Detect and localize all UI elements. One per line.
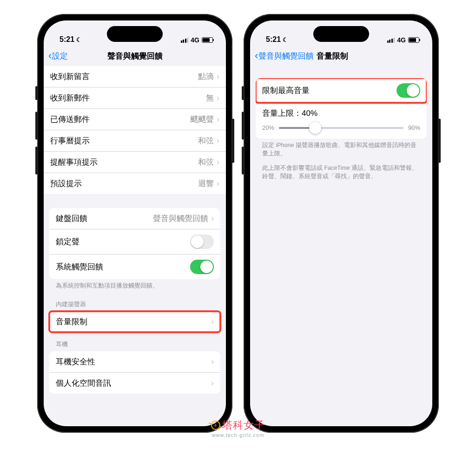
chevron-right-icon: › (211, 317, 214, 327)
back-label: 聲音與觸覺回饋 (258, 51, 314, 61)
nav-title: 聲音與觸覺回饋 (44, 51, 226, 61)
volume-limit-settings-group: 限制最高音量 音量上限：40% 20% 90% (256, 78, 427, 139)
side-button (242, 86, 244, 100)
phone-right: 5:21 ☾ 4G ‹ 聲音與觸覺回饋 音量限制 限制最高音量 (244, 14, 439, 433)
chevron-right-icon: › (211, 214, 214, 223)
chevron-right-icon: › (211, 378, 214, 388)
spatial-audio-row[interactable]: 個人化空間音訊› (49, 372, 220, 394)
slider-caption: 音量上限：40% (262, 108, 420, 119)
limit-max-volume-toggle[interactable] (397, 83, 420, 98)
system-haptic-toggle[interactable] (190, 260, 214, 274)
volume-note-2: 此上限不會影響電話或 FaceTime 通話、緊急電話和警報、鈴聲、鬧鐘、系統聲… (250, 160, 432, 182)
dnd-moon-icon: ☾ (283, 36, 288, 43)
volume-slider[interactable] (279, 127, 403, 129)
list-item[interactable]: 行事曆提示和弦› (44, 130, 226, 151)
chevron-right-icon: › (217, 157, 219, 167)
speaker-header: 內建揚聲器 (44, 292, 226, 311)
nav-bar: ‹ 聲音與觸覺回饋 音量限制 (250, 46, 432, 66)
network-label: 4G (397, 36, 406, 44)
screen: 5:21 ☾ 4G ‹ 設定 聲音與觸覺回饋 收到新留言點滴› 收到新郵件無› … (44, 20, 226, 426)
signal-icon (181, 38, 189, 43)
slider-min-label: 20% (262, 124, 274, 131)
status-time: 5:21 (60, 35, 74, 44)
list-item[interactable]: 提醒事項提示和弦› (44, 151, 226, 173)
keyboard-feedback-row[interactable]: 鍵盤回饋聲音與觸覺回饋› (49, 208, 220, 229)
lock-sound-row: 鎖定聲 (49, 229, 220, 254)
power-button (232, 119, 234, 163)
back-label: 設定 (52, 51, 68, 61)
chevron-right-icon: › (217, 72, 219, 81)
list-item[interactable]: 已傳送郵件颼颼聲› (44, 108, 226, 130)
chevron-right-icon: › (217, 114, 219, 124)
system-haptic-row: 系統觸覺回饋 (49, 254, 220, 279)
power-button (438, 119, 441, 163)
dnd-moon-icon: ☾ (76, 36, 82, 43)
volume-limit-row[interactable]: 音量限制› (49, 311, 220, 332)
limit-max-volume-row: 限制最高音量 (256, 78, 427, 103)
headphone-group: 耳機安全性› 個人化空間音訊› (49, 351, 220, 394)
volume-down-button (242, 147, 244, 174)
haptic-footer: 為系統控制和互動項目播放觸覺回饋。 (44, 279, 226, 292)
dynamic-island (313, 26, 369, 42)
chevron-right-icon: › (217, 179, 219, 188)
headphone-header: 耳機 (44, 332, 226, 351)
battery-icon (408, 37, 419, 43)
side-button (35, 86, 38, 100)
volume-limit-group: 音量限制› (49, 311, 220, 332)
nav-title: 音量限制 (317, 51, 348, 61)
back-button[interactable]: ‹ 聲音與觸覺回饋 (255, 50, 314, 62)
volume-slider-row: 音量上限：40% 20% 90% (256, 103, 427, 139)
signal-icon (387, 38, 395, 43)
volume-down-button (35, 147, 38, 174)
sound-options-group: 收到新留言點滴› 收到新郵件無› 已傳送郵件颼颼聲› 行事曆提示和弦› 提醒事項… (44, 66, 226, 194)
slider-max-label: 90% (408, 124, 420, 131)
list-item[interactable]: 收到新留言點滴› (44, 66, 226, 87)
chevron-left-icon: ‹ (255, 50, 258, 62)
battery-icon (202, 37, 213, 43)
feedback-group: 鍵盤回饋聲音與觸覺回饋› 鎖定聲 系統觸覺回饋 (49, 208, 220, 279)
list-item[interactable]: 收到新郵件無› (44, 87, 226, 108)
volume-up-button (242, 112, 244, 140)
volume-note-1: 設定 iPhone 揚聲器播放歌曲、電影和其他媒體音訊時的音量上限。 (250, 139, 432, 160)
nav-bar: ‹ 設定 聲音與觸覺回饋 (44, 46, 226, 66)
volume-up-button (35, 112, 38, 140)
chevron-right-icon: › (217, 136, 219, 146)
slider-thumb[interactable] (309, 122, 321, 134)
back-button[interactable]: ‹ 設定 (48, 50, 68, 62)
watermark-icon: ✈ (211, 421, 220, 430)
phone-left: 5:21 ☾ 4G ‹ 設定 聲音與觸覺回饋 收到新留言點滴› 收到新郵件無› … (37, 14, 232, 433)
headphone-safety-row[interactable]: 耳機安全性› (49, 351, 220, 372)
screen: 5:21 ☾ 4G ‹ 聲音與觸覺回饋 音量限制 限制最高音量 (250, 20, 432, 426)
chevron-right-icon: › (217, 93, 219, 103)
lock-sound-toggle[interactable] (190, 235, 214, 249)
watermark: ✈塔科女子 www.tech-girlz.com (211, 418, 265, 438)
dynamic-island (107, 26, 163, 42)
status-time: 5:21 (266, 35, 281, 44)
network-label: 4G (191, 36, 199, 44)
chevron-left-icon: ‹ (48, 50, 52, 62)
chevron-right-icon: › (211, 357, 214, 367)
list-item[interactable]: 預設提示迴響› (44, 173, 226, 194)
